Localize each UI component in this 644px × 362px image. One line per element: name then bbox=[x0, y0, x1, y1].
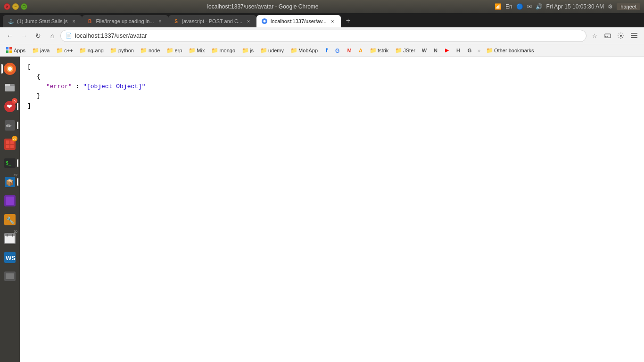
bookmark-mongo[interactable]: 📁 mongo bbox=[208, 45, 238, 56]
sidebar-app-terminal[interactable]: $_ bbox=[1, 155, 18, 172]
g2-icon: G bbox=[466, 47, 473, 54]
chrome-cast-button[interactable] bbox=[602, 30, 614, 42]
svg-rect-37 bbox=[7, 234, 8, 237]
bookmark-erp[interactable]: 📁 erp bbox=[164, 45, 185, 56]
tab4-close[interactable]: × bbox=[330, 18, 336, 25]
bookmark-google[interactable]: G bbox=[333, 45, 343, 56]
bookmark-n[interactable]: N bbox=[430, 45, 441, 56]
bookmark-mobapp-label: MobApp bbox=[298, 48, 318, 53]
tab4-label: localhost:1337/user/av... bbox=[271, 18, 326, 24]
bookmark-udemy[interactable]: 📁 udemy bbox=[257, 45, 287, 56]
bookmark-mix[interactable]: 📁 Mix bbox=[186, 45, 207, 56]
sidebar-app-files[interactable] bbox=[1, 79, 18, 96]
chrome-menu-button[interactable] bbox=[628, 30, 640, 42]
opening-brace: { bbox=[37, 73, 41, 80]
back-button[interactable]: ← bbox=[4, 30, 16, 42]
bookmark-udemy-label: udemy bbox=[268, 48, 284, 53]
bookmark-fb[interactable]: f bbox=[322, 45, 332, 56]
bookmark-node-label: node bbox=[149, 48, 160, 53]
page-content: [ { "error" : "[object Object]" } ] bbox=[20, 57, 644, 362]
json-value-error: "[object Object]" bbox=[83, 83, 146, 90]
bookmark-gmail[interactable]: M bbox=[344, 45, 355, 56]
bookmark-tstrik[interactable]: 📁 tstrik bbox=[367, 45, 391, 56]
bookmark-python[interactable]: 📁 python bbox=[107, 45, 137, 56]
sidebar-app-notes[interactable]: 30 bbox=[1, 230, 18, 247]
bookmark-cpp[interactable]: 📁 c++ bbox=[53, 45, 75, 56]
bookmark-java-label: java bbox=[40, 48, 50, 53]
sidebar-app-filemanager[interactable] bbox=[1, 268, 18, 285]
google-icon: G bbox=[335, 47, 341, 54]
sidebar-app-4[interactable]: ✏ bbox=[1, 117, 18, 134]
sidebar-app-5[interactable]: 27 bbox=[1, 136, 18, 153]
sidebar-app-firefox[interactable] bbox=[1, 60, 18, 77]
gmail-icon: M bbox=[346, 47, 353, 54]
minimize-button[interactable]: − bbox=[12, 3, 19, 10]
folder-icon-node: 📁 bbox=[140, 47, 147, 54]
volume-icon: 🔊 bbox=[536, 3, 543, 10]
tab2-label: File/Image uploading in... bbox=[96, 18, 154, 24]
bookmark-node[interactable]: 📁 node bbox=[138, 45, 163, 56]
json-line-1: [ bbox=[27, 62, 636, 72]
browser-settings-button[interactable] bbox=[615, 30, 627, 42]
bookmark-h[interactable]: H bbox=[453, 45, 463, 56]
tab2-favicon: B bbox=[87, 18, 93, 25]
folder-icon-python: 📁 bbox=[110, 47, 117, 54]
browser-tab-1[interactable]: ⚓ (1) Jump Start Sails.js × bbox=[3, 15, 82, 27]
bookmark-tstrik-label: tstrik bbox=[378, 48, 388, 53]
json-line-5: ] bbox=[27, 101, 636, 111]
new-tab-button[interactable]: + bbox=[343, 15, 354, 26]
bookmark-g2[interactable]: G bbox=[464, 45, 475, 56]
navbar: ← → ↻ ⌂ 📄 localhost:1337/user/avatar ☆ bbox=[0, 27, 644, 44]
home-button[interactable]: ⌂ bbox=[46, 30, 58, 42]
tab4-favicon bbox=[261, 18, 268, 25]
other-bookmarks[interactable]: 📁 Other bookmarks bbox=[483, 45, 537, 56]
more-bookmarks-button[interactable]: » bbox=[476, 47, 482, 54]
svg-rect-10 bbox=[9, 50, 12, 53]
sidebar-app-webstorm[interactable]: WS bbox=[1, 249, 18, 266]
close-button[interactable]: × bbox=[4, 3, 10, 10]
bookmark-jster[interactable]: 📁 JSter bbox=[392, 45, 418, 56]
titlebar-buttons[interactable]: × − □ bbox=[4, 3, 27, 10]
bookmark-ngAng[interactable]: 📁 ng-ang bbox=[77, 45, 107, 56]
folder-icon-other: 📁 bbox=[486, 47, 493, 54]
tabbar: ⚓ (1) Jump Start Sails.js × B File/Image… bbox=[0, 13, 644, 27]
bookmark-java[interactable]: 📁 java bbox=[29, 45, 52, 56]
browser-tab-2[interactable]: B File/Image uploading in... × bbox=[82, 15, 168, 27]
folder-icon-cpp: 📁 bbox=[56, 47, 63, 54]
bookmark-apps[interactable]: Apps bbox=[3, 45, 28, 56]
sidebar-app-3d[interactable]: 📦 e2 bbox=[1, 173, 18, 190]
reload-button[interactable]: ↻ bbox=[32, 30, 44, 42]
bookmark-youtube[interactable]: ▶ bbox=[442, 45, 452, 56]
bookmark-js-label: js bbox=[250, 48, 254, 53]
tab1-close[interactable]: × bbox=[71, 18, 77, 25]
svg-text:WS: WS bbox=[6, 255, 16, 262]
json-key-error: "error" bbox=[46, 83, 72, 90]
bookmark-js[interactable]: 📁 js bbox=[239, 45, 256, 56]
folder-icon-java: 📁 bbox=[32, 47, 39, 54]
nav-actions: ☆ bbox=[588, 30, 640, 42]
folder-icon-jster: 📁 bbox=[395, 47, 402, 54]
tab3-close[interactable]: × bbox=[245, 18, 252, 25]
bookmark-mobapp[interactable]: 📁 MobApp bbox=[288, 45, 321, 56]
maximize-button[interactable]: □ bbox=[21, 3, 27, 10]
opening-bracket: [ bbox=[27, 63, 31, 70]
json-colon: : bbox=[75, 83, 83, 90]
browser-tab-4[interactable]: localhost:1337/user/av... × bbox=[256, 15, 340, 27]
sidebar-app-tools[interactable]: 🔧 bbox=[1, 211, 18, 228]
sidebar-app-3[interactable]: ❤ 5 bbox=[1, 98, 18, 115]
bookmark-w[interactable]: W bbox=[419, 45, 429, 56]
tab2-close[interactable]: × bbox=[157, 18, 164, 25]
json-line-3: "error" : "[object Object]" bbox=[27, 82, 636, 92]
svg-rect-4 bbox=[631, 33, 637, 34]
forward-button[interactable]: → bbox=[18, 30, 30, 42]
svg-rect-42 bbox=[6, 273, 14, 279]
svg-rect-17 bbox=[5, 84, 10, 86]
browser-tab-3[interactable]: S javascript - POST and C... × bbox=[168, 15, 257, 27]
tab3-favicon: S bbox=[173, 18, 180, 25]
clock: Fri Apr 15 10:05:30 AM bbox=[546, 3, 604, 10]
bookmark-star-button[interactable]: ☆ bbox=[588, 30, 601, 42]
address-bar[interactable]: 📄 localhost:1337/user/avatar bbox=[60, 30, 586, 42]
sidebar-app-purple[interactable] bbox=[1, 192, 18, 209]
bookmark-ngAng-label: ng-ang bbox=[88, 48, 104, 53]
bookmark-a[interactable]: A bbox=[355, 45, 366, 56]
